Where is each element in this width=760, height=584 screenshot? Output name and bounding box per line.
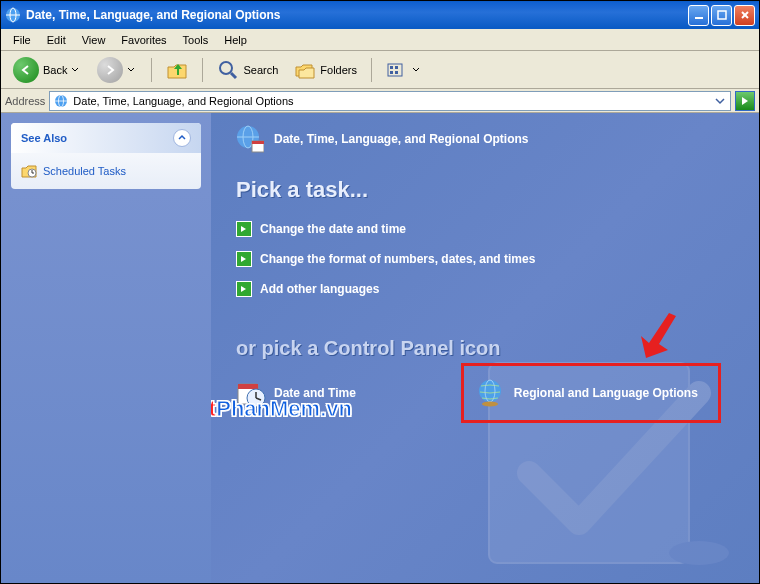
minimize-button[interactable]	[688, 5, 709, 26]
window-title: Date, Time, Language, and Regional Optio…	[26, 8, 688, 22]
arrow-icon	[236, 221, 252, 237]
menu-tools[interactable]: Tools	[175, 31, 217, 49]
collapse-button[interactable]	[173, 129, 191, 147]
svg-point-7	[220, 62, 232, 74]
see-also-panel: See Also Scheduled Tasks	[11, 123, 201, 189]
toolbar: Back Search Folders	[1, 51, 759, 89]
svg-rect-13	[395, 71, 398, 74]
watermark-part3: .vn	[320, 396, 352, 421]
category-header: Date, Time, Language, and Regional Optio…	[236, 125, 739, 153]
address-text: Date, Time, Language, and Regional Optio…	[73, 95, 293, 107]
address-input[interactable]: Date, Time, Language, and Regional Optio…	[49, 91, 731, 111]
svg-rect-12	[390, 71, 393, 74]
maximize-button[interactable]	[711, 5, 732, 26]
svg-rect-3	[695, 17, 703, 19]
arrow-icon	[236, 281, 252, 297]
menu-help[interactable]: Help	[216, 31, 255, 49]
svg-rect-10	[390, 66, 393, 69]
task-label: Change the format of numbers, dates, and…	[260, 252, 535, 266]
arrow-annotation	[631, 308, 681, 363]
task-label: Add other languages	[260, 282, 379, 296]
views-icon	[386, 60, 408, 80]
go-button[interactable]	[735, 91, 755, 111]
svg-rect-4	[718, 11, 726, 19]
highlight-annotation	[461, 363, 721, 423]
toolbar-separator	[202, 58, 203, 82]
up-folder-icon	[166, 59, 188, 81]
back-icon	[13, 57, 39, 83]
svg-line-8	[231, 73, 236, 78]
svg-rect-28	[238, 384, 258, 389]
task-add-languages[interactable]: Add other languages	[236, 281, 739, 297]
search-icon	[217, 59, 239, 81]
chevron-down-icon	[412, 66, 422, 74]
watermark-part2: PhanMem	[216, 396, 320, 421]
toolbar-separator	[151, 58, 152, 82]
views-button[interactable]	[380, 56, 428, 84]
svg-point-21	[669, 541, 729, 565]
chevron-down-icon	[71, 66, 81, 74]
menu-file[interactable]: File	[5, 31, 39, 49]
svg-rect-11	[395, 66, 398, 69]
up-button[interactable]	[160, 55, 194, 85]
titlebar: Date, Time, Language, and Regional Optio…	[1, 1, 759, 29]
close-button[interactable]	[734, 5, 755, 26]
folders-button[interactable]: Folders	[288, 55, 363, 85]
main-area: See Also Scheduled Tasks Date, Time, Lan…	[1, 113, 759, 583]
address-row: Address Date, Time, Language, and Region…	[1, 89, 759, 113]
side-panel: See Also Scheduled Tasks	[1, 113, 211, 583]
menu-favorites[interactable]: Favorites	[113, 31, 174, 49]
category-icon	[236, 125, 264, 153]
scheduled-tasks-icon	[21, 163, 37, 179]
sidebar-item-scheduled-tasks[interactable]: Scheduled Tasks	[21, 163, 191, 179]
menu-edit[interactable]: Edit	[39, 31, 74, 49]
category-title: Date, Time, Language, and Regional Optio…	[274, 132, 528, 146]
window-controls	[688, 5, 755, 26]
task-change-format[interactable]: Change the format of numbers, dates, and…	[236, 251, 739, 267]
address-label: Address	[5, 95, 45, 107]
see-also-header: See Also	[11, 123, 201, 153]
folders-icon	[294, 59, 316, 81]
see-also-body: Scheduled Tasks	[11, 153, 201, 189]
search-label: Search	[243, 64, 278, 76]
see-also-title: See Also	[21, 132, 67, 144]
arrow-icon	[236, 251, 252, 267]
forward-icon	[97, 57, 123, 83]
window-icon	[5, 7, 21, 23]
menu-view[interactable]: View	[74, 31, 114, 49]
sidebar-item-label: Scheduled Tasks	[43, 165, 126, 177]
menubar: File Edit View Favorites Tools Help	[1, 29, 759, 51]
chevron-down-icon	[127, 66, 137, 74]
address-icon	[53, 93, 69, 109]
back-label: Back	[43, 64, 67, 76]
toolbar-separator	[371, 58, 372, 82]
forward-button[interactable]	[91, 53, 143, 87]
task-label: Change the date and time	[260, 222, 406, 236]
pick-task-heading: Pick a task...	[236, 177, 739, 203]
address-dropdown-icon[interactable]	[713, 94, 727, 108]
svg-rect-26	[252, 141, 264, 144]
task-list: Change the date and time Change the form…	[236, 221, 739, 297]
watermark: ThuThuatPhanMem.vn	[211, 396, 352, 423]
folders-label: Folders	[320, 64, 357, 76]
task-change-date-time[interactable]: Change the date and time	[236, 221, 739, 237]
back-button[interactable]: Back	[7, 53, 87, 87]
content-area: Date, Time, Language, and Regional Optio…	[211, 113, 759, 583]
search-button[interactable]: Search	[211, 55, 284, 85]
svg-rect-9	[388, 64, 402, 76]
